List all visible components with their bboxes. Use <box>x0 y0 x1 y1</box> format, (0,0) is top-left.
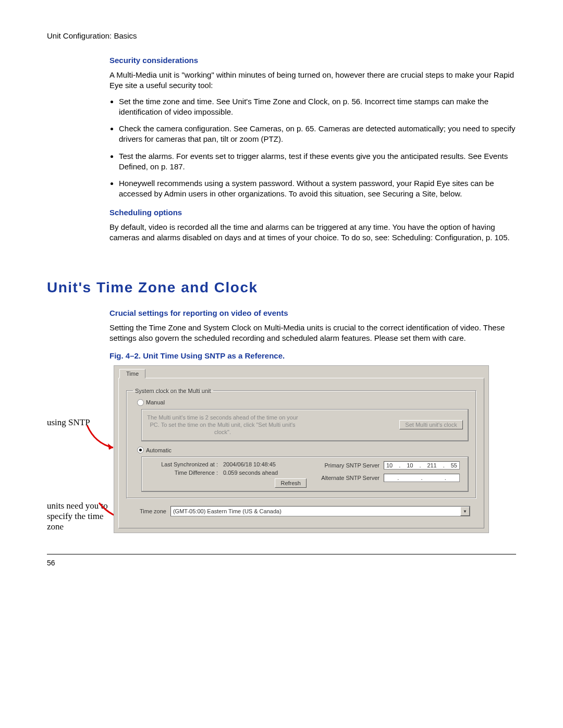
manual-subgroup: The Multi unit's time is 2 seconds ahead… <box>141 409 469 442</box>
page-header: Unit Configuration: Basics <box>47 31 516 40</box>
system-clock-group: System clock on the Multi unit Manual Th… <box>126 388 476 499</box>
chevron-down-icon[interactable]: ▼ <box>460 507 470 516</box>
time-diff-label: Time Difference : <box>155 470 218 476</box>
radio-label: Automatic <box>146 447 172 453</box>
time-diff-value: 0.059 seconds ahead <box>223 470 278 476</box>
subheading-scheduling: Scheduling options <box>109 208 516 217</box>
timezone-select[interactable]: (GMT-05:00) Eastern Time (US & Canada) ▼ <box>170 506 470 516</box>
page-number: 56 <box>47 559 516 567</box>
radio-automatic-row[interactable]: Automatic <box>137 447 470 453</box>
radio-icon[interactable] <box>137 447 144 453</box>
list-item: Set the time zone and time. See Unit's T… <box>119 96 516 118</box>
list-item: Check the camera configuration. See Came… <box>119 124 516 145</box>
alternate-sntp-label: Alternate SNTP Server <box>317 475 380 481</box>
radio-label: Manual <box>146 399 165 405</box>
divider <box>47 554 516 554</box>
refresh-button[interactable]: Refresh <box>275 478 307 488</box>
set-clock-button: Set Multi unit's clock <box>399 420 463 429</box>
primary-sntp-label: Primary SNTP Server <box>317 462 380 468</box>
radio-manual-row[interactable]: Manual <box>137 399 470 406</box>
group-legend: System clock on the Multi unit <box>133 388 213 394</box>
timezone-value: (GMT-05:00) Eastern Time (US & Canada) <box>173 508 282 514</box>
bullet-list: Set the time zone and time. See Unit's T… <box>109 96 516 200</box>
paragraph: A Multi-Media unit is "working" within m… <box>109 70 516 91</box>
list-item: Test the alarms. For events set to trigg… <box>119 151 516 172</box>
tab-time[interactable]: Time <box>119 369 145 378</box>
list-item: Honeywell recommends using a system pass… <box>119 178 516 200</box>
svg-marker-0 <box>108 443 113 450</box>
manual-message: The Multi unit's time is 2 seconds ahead… <box>147 414 298 436</box>
subheading-crucial: Crucial settings for reporting on video … <box>109 309 516 317</box>
alternate-sntp-input[interactable]: . . . <box>384 474 460 482</box>
last-sync-label: Last Synchronized at : <box>155 461 218 467</box>
time-panel: Time System clock on the Multi unit Manu… <box>114 365 489 534</box>
annotation-column: using SNTP units need you to specify the… <box>47 365 109 534</box>
radio-icon[interactable] <box>137 399 144 406</box>
automatic-subgroup: Last Synchronized at : 2004/06/18 10:48:… <box>141 456 469 492</box>
timezone-label: Time zone <box>140 508 166 514</box>
primary-sntp-input[interactable]: 10. 10. 211. 55 <box>384 461 460 470</box>
subheading-security: Security considerations <box>109 56 516 65</box>
last-sync-value: 2004/06/18 10:48:45 <box>223 461 276 467</box>
paragraph: By default, video is recorded all the ti… <box>109 222 516 243</box>
figure-caption: Fig. 4–2. Unit Time Using SNTP as a Refe… <box>109 351 516 360</box>
heading-main: Unit's Time Zone and Clock <box>47 279 516 296</box>
paragraph: Setting the Time Zone and System Clock o… <box>109 323 516 344</box>
annotation-sntp: using SNTP <box>47 417 90 428</box>
